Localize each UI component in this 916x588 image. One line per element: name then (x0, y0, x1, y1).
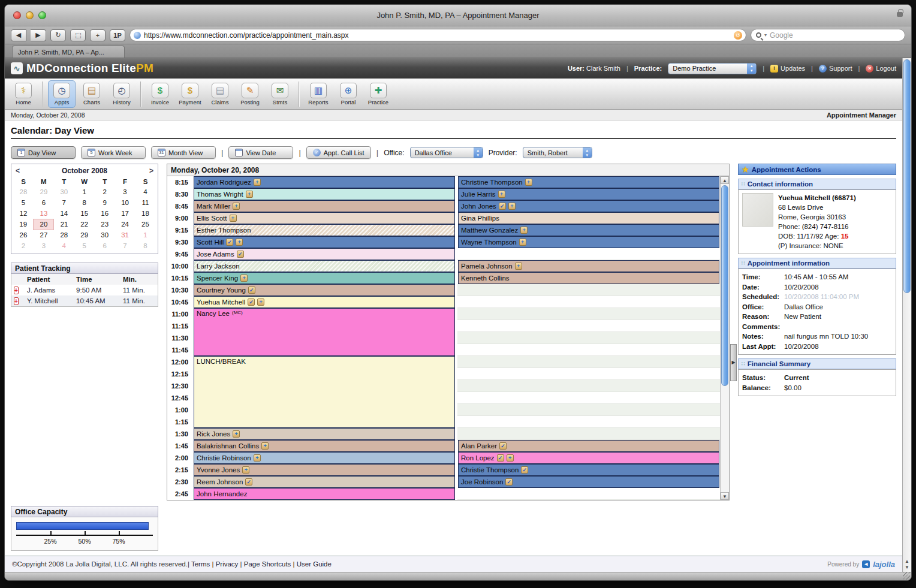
add-patient-icon[interactable]: + (261, 442, 269, 450)
calendar-day[interactable]: 30 (54, 186, 74, 197)
appointment-mark-miller[interactable]: Mark Miller+ (194, 200, 455, 212)
appointment-balakrishnan-collins[interactable]: Balakrishnan Collins+ (194, 440, 455, 452)
calendar-day[interactable]: 22 (74, 219, 95, 230)
tracking-row[interactable]: +Y. Mitchell10:45 AM11 Min. (11, 295, 158, 307)
appointment-nancy-lee[interactable]: Nancy Lee(MC) (194, 308, 455, 356)
empty-slot[interactable] (457, 392, 720, 404)
add-patient-icon[interactable]: + (515, 263, 522, 270)
add-patient-icon[interactable]: + (254, 454, 261, 462)
appointment-spencer-king[interactable]: Spencer King+ (194, 272, 455, 284)
footer-link-page-shortcuts[interactable]: Page Shortcuts (244, 560, 291, 568)
calendar-day[interactable]: 14 (54, 208, 74, 219)
appointment-wayne-thompson[interactable]: Wayne Thompson+ (458, 236, 719, 248)
address-bar[interactable]: https://www.mdconnection.com/practice/ap… (129, 29, 746, 41)
calendar-day[interactable]: 28 (13, 186, 34, 197)
calendar-day[interactable]: 13 (34, 208, 54, 219)
check-in-icon[interactable]: ✓ (497, 454, 504, 462)
add-patient-icon[interactable]: + (257, 298, 264, 306)
calendar-day[interactable]: 9 (95, 197, 115, 208)
appointment-thomas-wright[interactable]: Thomas Wright+ (194, 188, 455, 200)
appointment-john-hernandez[interactable]: John Hernandez (194, 488, 455, 500)
appointment-reem-johnson[interactable]: Reem Johnson✓ (194, 476, 455, 488)
add-patient-icon[interactable]: + (230, 215, 237, 222)
view-button-day-view[interactable]: 1Day View (11, 146, 76, 159)
calendar-day[interactable]: 2 (95, 186, 115, 197)
appointment-christine-thompson[interactable]: Christine Thompson+ (458, 176, 719, 188)
appointment-julie-harris[interactable]: Julie Harris+ (458, 188, 719, 200)
check-in-icon[interactable]: ✓ (248, 287, 255, 294)
panel-splitter[interactable]: ▶ (730, 344, 737, 381)
appointment-lunch-break[interactable]: LUNCH/BREAK (194, 356, 455, 428)
nav-item-home[interactable]: ⚕Home (10, 80, 37, 108)
schedule-scrollbar[interactable]: ▲ ▼ (720, 176, 729, 500)
add-patient-icon[interactable]: + (507, 454, 514, 462)
appt-call-list-button[interactable]: ✓Appt. Call List (306, 146, 371, 159)
appointment-ellis-scott[interactable]: Ellis Scott+ (194, 212, 455, 224)
calendar-day[interactable]: 7 (115, 240, 135, 251)
add-patient-icon[interactable]: + (233, 430, 240, 438)
nav-item-charts[interactable]: ▤Charts (78, 80, 106, 108)
calendar-day[interactable]: 10 (115, 197, 135, 208)
calendar-day[interactable]: 30 (95, 230, 115, 240)
calendar-day[interactable]: 8 (74, 197, 95, 208)
calendar-day[interactable]: 1 (135, 230, 156, 240)
nav-item-history[interactable]: ◴History (108, 80, 135, 108)
calendar-day[interactable]: 21 (54, 219, 74, 230)
schedule-scroll-thumb[interactable] (721, 185, 728, 386)
empty-slot[interactable] (457, 428, 720, 440)
add-patient-icon[interactable]: + (233, 203, 240, 210)
onepassword-button[interactable]: 1P (110, 29, 125, 41)
check-in-icon[interactable]: ✓ (248, 298, 255, 306)
reload-badge-icon[interactable]: ↺ (734, 31, 742, 40)
nav-item-portal[interactable]: ⊕Portal (335, 80, 362, 108)
calendar-day[interactable]: 25 (135, 219, 156, 230)
prev-month-button[interactable]: < (16, 167, 20, 175)
footer-link-terms[interactable]: Terms (191, 560, 210, 568)
window-scroll-arrows[interactable]: ▲▼ (903, 559, 911, 571)
appointment-yvonne-jones[interactable]: Yvonne Jones+ (194, 464, 455, 476)
calendar-day[interactable]: 12 (13, 208, 34, 219)
appointment-actions-bar[interactable]: ★ Appointment Actions (738, 164, 896, 175)
appointment-yuehua-mitchell[interactable]: Yuehua Mitchell✓+ (194, 296, 455, 308)
empty-slot[interactable] (457, 248, 720, 260)
nav-item-reports[interactable]: ▥Reports (305, 80, 332, 108)
new-tab-button[interactable]: + (90, 29, 106, 41)
calendar-day[interactable]: 6 (95, 240, 115, 251)
logout-button[interactable]: × Logout (866, 65, 896, 73)
empty-slot[interactable] (457, 320, 720, 332)
forward-button[interactable]: ▶ (31, 29, 46, 41)
check-in-icon[interactable]: ✓ (245, 478, 252, 486)
view-button-work-week[interactable]: 5Work Week (81, 146, 146, 159)
calendar-day[interactable]: 5 (13, 197, 34, 208)
add-patient-icon[interactable]: + (519, 239, 526, 246)
empty-slot[interactable] (457, 368, 720, 380)
provider-select[interactable]: Smith, Robert▲▼ (523, 147, 592, 158)
calendar-day[interactable]: 29 (74, 230, 95, 240)
add-patient-icon[interactable]: + (254, 179, 261, 186)
calendar-day[interactable]: 29 (34, 186, 54, 197)
nav-item-appts[interactable]: ◷Appts (48, 80, 76, 108)
calendar-day[interactable]: 3 (115, 186, 135, 197)
nav-item-invoice[interactable]: $Invoice (146, 80, 174, 108)
nav-item-stmts[interactable]: ✉Stmts (266, 80, 294, 108)
office-select[interactable]: Dallas Office▲▼ (410, 147, 483, 158)
calendar-day[interactable]: 28 (54, 230, 74, 240)
calendar-day[interactable]: 1 (74, 186, 95, 197)
calendar-day[interactable]: 8 (135, 240, 156, 251)
appointment-christie-thompson[interactable]: Christie Thompson✓ (458, 464, 719, 476)
calendar-day[interactable]: 24 (115, 219, 135, 230)
calendar-day[interactable]: 3 (34, 240, 54, 251)
empty-slot[interactable] (457, 332, 720, 344)
add-patient-icon[interactable]: + (240, 275, 248, 282)
calendar-day[interactable]: 17 (115, 208, 135, 219)
empty-slot[interactable] (457, 284, 720, 296)
nav-item-claims[interactable]: ▤Claims (206, 80, 234, 108)
window-scroll-thumb[interactable] (903, 59, 911, 293)
practice-select[interactable]: Demo Practice ▲▼ (668, 63, 757, 74)
calendar-day[interactable]: 27 (34, 230, 54, 240)
scroll-down-icon[interactable]: ▼ (721, 492, 729, 500)
next-month-button[interactable]: > (149, 167, 153, 175)
calendar-day[interactable]: 15 (74, 208, 95, 219)
check-in-icon[interactable]: ✓ (499, 203, 506, 210)
add-patient-icon[interactable]: + (525, 179, 532, 186)
